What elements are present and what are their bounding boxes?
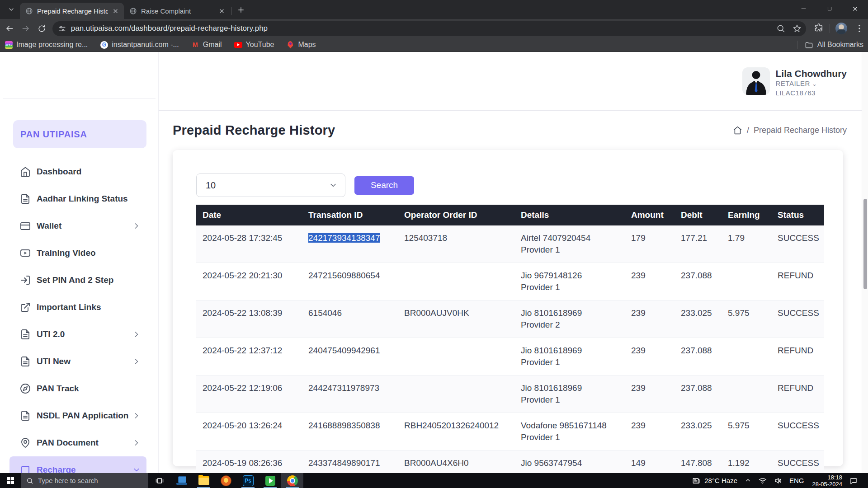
column-header-earning: Earning: [722, 205, 771, 225]
sidebar-item-pan-track[interactable]: PAN Track: [9, 375, 146, 402]
bookmark-gmail[interactable]: M Gmail: [191, 41, 222, 49]
back-icon[interactable]: [3, 22, 16, 35]
content-header: Prepaid Recharge History / Prepaid Recha…: [159, 111, 868, 150]
extensions-icon[interactable]: [814, 23, 824, 33]
home-icon[interactable]: [733, 126, 742, 135]
sidebar-item-important-links[interactable]: Important Links: [9, 294, 146, 321]
zoom-icon[interactable]: [776, 24, 785, 33]
tab-close-icon[interactable]: [112, 7, 119, 15]
photoshop-icon[interactable]: Ps: [237, 473, 259, 488]
tab-inactive[interactable]: Raise Complaint: [124, 3, 230, 19]
recharge-history-table: DateTransation IDOperator Order IDDetail…: [196, 205, 824, 473]
sidebar-item-recharge[interactable]: Recharge: [9, 456, 146, 473]
cell-status: SUCCESS: [771, 300, 824, 338]
tab-close-icon[interactable]: [218, 7, 226, 15]
cell-operator-order-id: [398, 263, 514, 300]
search-button[interactable]: Search: [354, 176, 414, 195]
clock[interactable]: 18:18 28-05-2024: [812, 474, 843, 488]
cell-details: Jio 8101618969Provider 1: [514, 375, 625, 413]
minimize-button[interactable]: [791, 0, 816, 17]
sidebar-item-nsdl-pan-application[interactable]: NSDL PAN Application: [9, 402, 146, 429]
sidebar-item-uti-2-0[interactable]: UTI 2.0: [9, 321, 146, 348]
cell-earning: [722, 338, 771, 375]
language-indicator[interactable]: ENG: [789, 477, 804, 484]
sidebar-item-set-pin-and-2-step[interactable]: Set PIN And 2 Step: [9, 267, 146, 294]
breadcrumb-separator: /: [747, 126, 749, 135]
new-tab-button[interactable]: [235, 4, 247, 16]
bookmark-image-processing-re[interactable]: JPG Image processing re...: [5, 41, 88, 49]
table-controls: 10 Search: [196, 174, 825, 197]
login-icon: [20, 275, 31, 286]
weather-widget[interactable]: 28°C Haze: [692, 477, 737, 485]
main-area: Lila Chowdhury RETAILER ⌄ LILAC18763 Pre…: [159, 52, 868, 473]
chrome-icon[interactable]: [281, 473, 303, 488]
tab-active[interactable]: Prepaid Recharge History: [20, 3, 124, 19]
chevron-right-icon: [132, 357, 141, 366]
chevron-down-icon: [132, 465, 141, 473]
all-bookmarks[interactable]: All Bookmarks: [797, 41, 863, 49]
start-button[interactable]: [0, 473, 21, 488]
cell-debit: 237.088: [675, 263, 722, 300]
globe-favicon-icon: [129, 7, 137, 15]
toolbar-divider: [830, 24, 830, 33]
page-title: Prepaid Recharge History: [173, 123, 335, 138]
web-page: PAN UTIPAISA Dashboard Aadhar Linking St…: [0, 52, 868, 473]
column-header-transation-id: Transation ID: [302, 205, 398, 225]
notification-icon[interactable]: [849, 477, 858, 485]
forward-icon[interactable]: [19, 22, 33, 35]
play-app-icon[interactable]: [259, 473, 281, 488]
tray-expand-icon[interactable]: [745, 477, 751, 484]
file-icon: [20, 356, 31, 367]
cell-transaction-id: 241688898350838: [302, 413, 398, 450]
sidebar-item-uti-new[interactable]: UTI New: [9, 348, 146, 375]
windows-logo-icon: [7, 477, 14, 484]
bookmark-star-icon[interactable]: [793, 24, 802, 33]
tab-search-icon[interactable]: [4, 2, 19, 17]
google-icon: G: [100, 41, 108, 49]
video-icon: [20, 248, 31, 258]
menu-kebab-icon[interactable]: [854, 23, 864, 33]
file-explorer-icon[interactable]: [193, 473, 215, 488]
cell-status: SUCCESS: [771, 450, 824, 474]
link-icon: [20, 302, 31, 313]
cell-operator-order-id: 125403718: [398, 225, 514, 263]
address-bar[interactable]: pan.utipaisa.com/dashboard/prepaid-recha…: [52, 21, 806, 36]
volume-icon[interactable]: [774, 477, 782, 485]
compass-app-icon[interactable]: [215, 473, 237, 488]
taskbar-pc-icon[interactable]: [170, 473, 193, 488]
cell-date: 2024-05-22 12:37:12: [196, 338, 302, 375]
close-button[interactable]: [842, 0, 868, 17]
bookmark-maps[interactable]: Maps: [286, 41, 316, 49]
wifi-icon[interactable]: [759, 477, 767, 485]
scrollbar-thumb[interactable]: [863, 199, 867, 289]
reload-icon[interactable]: [35, 22, 49, 35]
url-text[interactable]: pan.utipaisa.com/dashboard/prepaid-recha…: [71, 24, 769, 33]
page-size-select[interactable]: 10: [196, 174, 345, 197]
maximize-button[interactable]: [816, 0, 842, 17]
site-info-icon[interactable]: [58, 24, 66, 33]
maps-icon: [286, 41, 294, 49]
cell-earning: 1.192: [722, 450, 771, 474]
chevron-right-icon: [132, 221, 141, 230]
sidebar-item-dashboard[interactable]: Dashboard: [9, 158, 146, 185]
task-view-button[interactable]: [148, 473, 170, 488]
cell-details: Vodafone 9851671148Provider 1: [514, 413, 625, 450]
user-role[interactable]: RETAILER ⌄: [776, 79, 847, 89]
bookmark-youtube[interactable]: YouTube: [234, 41, 274, 49]
profile-avatar[interactable]: [835, 23, 847, 34]
sidebar-item-aadhar-linking-status[interactable]: Aadhar Linking Status: [9, 185, 146, 212]
table-body: 2024-05-28 17:32:45 242173934138347 1254…: [196, 225, 824, 473]
taskbar-search[interactable]: [21, 473, 148, 488]
cell-amount: 149: [625, 450, 675, 474]
cell-amount: 239: [625, 413, 675, 450]
sidebar-item-wallet[interactable]: Wallet: [9, 212, 146, 239]
taskbar-search-input[interactable]: [38, 477, 142, 484]
sidebar-item-training-video[interactable]: Training Video: [9, 239, 146, 267]
page-scrollbar[interactable]: [862, 52, 868, 473]
user-block[interactable]: Lila Chowdhury RETAILER ⌄ LILAC18763: [742, 67, 847, 97]
sidebar-item-pan-document[interactable]: PAN Document: [9, 429, 146, 456]
user-id: LILAC18763: [776, 89, 847, 97]
screen: Prepaid Recharge History Raise Complaint…: [0, 0, 868, 488]
bookmark-instantpanuti-com[interactable]: G instantpanuti.com -...: [100, 41, 179, 49]
table-header-row: DateTransation IDOperator Order IDDetail…: [196, 205, 824, 225]
